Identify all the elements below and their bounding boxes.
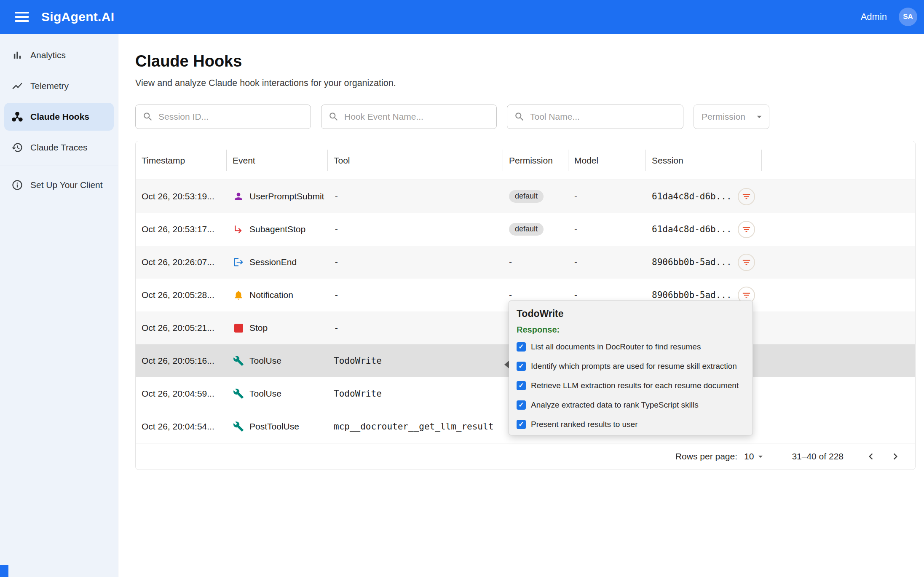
- wrench-icon: [233, 421, 244, 432]
- event-label: Notification: [249, 290, 293, 300]
- user-icon: [233, 191, 244, 202]
- todo-item-label: List all documents in DocRouter to find …: [531, 342, 701, 352]
- sidebar-item-analytics[interactable]: Analytics: [4, 41, 114, 69]
- filter-icon: [742, 258, 751, 267]
- model-cell: -: [568, 246, 646, 279]
- session-id-input[interactable]: [158, 112, 304, 122]
- table-pagination: Rows per page: 10 31–40 of 228: [136, 443, 915, 470]
- todo-item: Identify which prompts are used for resu…: [517, 359, 745, 373]
- event-cell: ToolUse: [227, 377, 328, 410]
- hamburger-icon: [15, 9, 29, 24]
- permission-dropdown[interactable]: Permission: [694, 105, 769, 129]
- session-filter-button[interactable]: [738, 254, 755, 271]
- subagent-stop-icon: [233, 223, 244, 235]
- column-header-actions: [762, 141, 915, 180]
- event-label: SessionEnd: [249, 257, 297, 267]
- column-header-event: Event: [227, 141, 328, 180]
- event-label: PostToolUse: [249, 421, 299, 432]
- filter-icon: [742, 290, 751, 300]
- menu-button[interactable]: [10, 5, 34, 29]
- checkbox-checked-icon[interactable]: [517, 342, 526, 352]
- todo-item: Analyze extracted data to rank TypeScrip…: [517, 398, 745, 412]
- timestamp-cell: Oct 26, 20:26:07...: [136, 246, 227, 279]
- bell-icon: [233, 289, 244, 301]
- app-title: SigAgent.AI: [41, 10, 114, 24]
- event-cell: Notification: [227, 279, 328, 311]
- table-row[interactable]: Oct 26, 20:26:07... SessionEnd - - - 890…: [136, 246, 915, 279]
- chevron-down-icon: [754, 111, 765, 122]
- chevron-down-icon: [755, 451, 766, 462]
- sidebar: Analytics Telemetry Claude Hooks Claude …: [0, 34, 118, 577]
- timestamp-cell: Oct 26, 20:04:59...: [136, 377, 227, 410]
- session-id: 8906bb0b-5ad...: [652, 257, 732, 267]
- bar-chart-icon: [11, 49, 24, 62]
- webhook-icon: [11, 110, 24, 123]
- sidebar-item-label: Analytics: [30, 50, 66, 60]
- session-id-filter: [135, 105, 311, 129]
- avatar[interactable]: SA: [899, 8, 917, 26]
- permission-badge: default: [509, 223, 544, 236]
- event-cell: Stop: [227, 311, 328, 344]
- popover-title: TodoWrite: [517, 308, 745, 319]
- permission-cell: default: [503, 180, 568, 213]
- sidebar-item-claude-traces[interactable]: Claude Traces: [4, 134, 114, 161]
- sidebar-item-telemetry[interactable]: Telemetry: [4, 72, 114, 100]
- admin-menu[interactable]: Admin: [861, 11, 887, 22]
- search-icon: [142, 111, 153, 122]
- app-header: SigAgent.AI Admin SA: [0, 0, 924, 34]
- permission-badge: default: [509, 190, 544, 203]
- todo-item: Present ranked results to user: [517, 417, 745, 432]
- todo-item-label: Analyze extracted data to rank TypeScrip…: [531, 400, 699, 410]
- chevron-right-icon: [889, 450, 902, 463]
- hook-event-filter: [321, 105, 497, 129]
- session-filter-button[interactable]: [738, 188, 755, 205]
- event-label: UserPromptSubmit: [249, 191, 324, 201]
- session-id: 61da4c8d-d6b...: [652, 224, 732, 234]
- column-header-session: Session: [646, 141, 762, 180]
- previous-page-button[interactable]: [861, 447, 881, 466]
- checkbox-checked-icon[interactable]: [517, 400, 526, 410]
- checkbox-checked-icon[interactable]: [517, 381, 526, 390]
- session-cell: 61da4c8d-d6b...: [646, 213, 762, 246]
- sidebar-item-label: Set Up Your Client: [30, 180, 103, 190]
- event-label: ToolUse: [249, 389, 281, 399]
- table-row[interactable]: Oct 26, 20:53:17... SubagentStop - defau…: [136, 213, 915, 246]
- filter-bar: Permission: [135, 105, 916, 129]
- todo-item: List all documents in DocRouter to find …: [517, 340, 745, 354]
- event-cell: ToolUse: [227, 344, 328, 377]
- next-page-button[interactable]: [886, 447, 905, 466]
- timestamp-cell: Oct 26, 20:05:28...: [136, 279, 227, 311]
- rows-per-page-value: 10: [744, 451, 754, 462]
- wrench-icon: [233, 355, 244, 367]
- history-icon: [11, 141, 24, 154]
- rows-per-page-label: Rows per page:: [675, 451, 737, 462]
- timestamp-cell: Oct 26, 20:04:54...: [136, 410, 227, 443]
- avatar-initials: SA: [903, 13, 913, 21]
- popover-arrow-icon: [504, 361, 509, 368]
- table-row[interactable]: Oct 26, 20:53:19... UserPromptSubmit - d…: [136, 180, 915, 213]
- session-cell: 8906bb0b-5ad...: [646, 246, 762, 279]
- permission-cell: -: [503, 246, 568, 279]
- sidebar-divider: [0, 166, 118, 166]
- rows-per-page-select[interactable]: 10: [744, 451, 766, 462]
- todo-item-label: Present ranked results to user: [531, 420, 637, 429]
- app-layout: Analytics Telemetry Claude Hooks Claude …: [0, 34, 924, 577]
- tool-cell: TodoWrite: [328, 377, 503, 410]
- checkbox-checked-icon[interactable]: [517, 362, 526, 371]
- checkbox-checked-icon[interactable]: [517, 420, 526, 429]
- tool-cell: TodoWrite: [328, 344, 503, 377]
- info-icon: [11, 179, 24, 191]
- sidebar-item-label: Claude Hooks: [30, 112, 89, 122]
- column-header-permission: Permission: [503, 141, 568, 180]
- tool-name-input[interactable]: [530, 112, 676, 122]
- hook-event-input[interactable]: [344, 112, 490, 122]
- model-cell: -: [568, 213, 646, 246]
- timestamp-cell: Oct 26, 20:53:17...: [136, 213, 227, 246]
- sidebar-item-setup-client[interactable]: Set Up Your Client: [4, 171, 114, 199]
- event-cell: UserPromptSubmit: [227, 180, 328, 213]
- tool-cell: -: [328, 311, 503, 344]
- tool-name-filter: [507, 105, 683, 129]
- sidebar-item-claude-hooks[interactable]: Claude Hooks: [4, 103, 114, 131]
- page-title: Claude Hooks: [135, 52, 916, 70]
- session-filter-button[interactable]: [738, 221, 755, 238]
